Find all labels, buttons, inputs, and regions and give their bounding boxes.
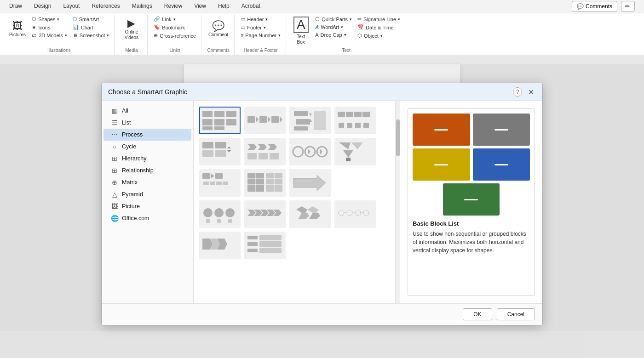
tab-help[interactable]: Help <box>213 0 235 13</box>
preview-center-row <box>413 183 530 216</box>
comments-button[interactable]: 💬 Comments <box>572 1 617 12</box>
sidebar-item-pyramid[interactable]: △ Pyramid <box>104 188 191 200</box>
dropcap-button[interactable]: A Drop Cap ▾ <box>313 31 354 39</box>
grid-item-chevron-list[interactable] <box>244 138 286 165</box>
grid-item-dotted-process[interactable] <box>334 200 376 228</box>
link-button[interactable]: 🔗 Link ▾ <box>151 15 198 23</box>
office-icon: 🌐 <box>111 215 118 222</box>
svg-rect-27 <box>363 123 369 128</box>
footer-button[interactable]: ▭ Footer ▾ <box>238 23 283 31</box>
sidebar-item-process[interactable]: ⋯ Process <box>104 129 191 141</box>
sidebar-item-all[interactable]: ▦ All <box>104 105 191 117</box>
sidebar-item-office[interactable]: 🌐 Office.com <box>104 212 191 224</box>
grid-row-1 <box>199 107 394 134</box>
sidebar-item-cycle-label: Cycle <box>122 143 136 150</box>
signature-line-icon: ✏ <box>357 16 362 22</box>
grid-item-basic-block-list[interactable] <box>199 107 241 134</box>
smartart-button[interactable]: ⬡ SmartArt <box>70 15 112 23</box>
header-button[interactable]: ▭ Header ▾ <box>238 15 283 23</box>
tab-references[interactable]: References <box>86 0 125 13</box>
grid-item-sub-step[interactable] <box>199 169 241 197</box>
tab-view[interactable]: View <box>189 0 212 13</box>
cross-reference-button[interactable]: ⊕ Cross-reference <box>151 32 198 40</box>
screenshot-button[interactable]: 🖥 Screenshot ▾ <box>70 32 112 39</box>
ok-button[interactable]: OK <box>463 308 492 320</box>
grid-item-alternating-flow[interactable] <box>289 107 331 134</box>
svg-marker-13 <box>280 116 282 123</box>
svg-marker-64 <box>293 175 326 191</box>
tab-layout[interactable]: Layout <box>58 0 85 13</box>
links-col: 🔗 Link ▾ 🔖 Bookmark ⊕ Cross-reference <box>151 15 198 40</box>
3dmodels-button[interactable]: 🗂 3D Models ▾ <box>29 32 69 39</box>
bookmark-button[interactable]: 🔖 Bookmark <box>151 23 198 31</box>
grid-item-process-arrows[interactable] <box>244 107 286 134</box>
grid-item-step-down[interactable] <box>199 138 241 165</box>
tab-draw[interactable]: Draw <box>4 0 28 13</box>
icons-button[interactable]: ★ Icons <box>29 23 69 31</box>
tab-mailings[interactable]: Mailings <box>126 0 158 13</box>
dialog-help-button[interactable]: ? <box>513 87 522 97</box>
illustrations-col: ⬡ Shapes ▾ ★ Icons 🗂 3D Models ▾ <box>29 15 69 39</box>
grid-item-pentagon-list[interactable] <box>199 232 241 259</box>
sidebar-item-relationship[interactable]: ⊞ Relationship <box>104 165 191 176</box>
comments-items: 💬 Comment <box>206 15 231 46</box>
pen-button[interactable]: ✏ <box>621 1 635 12</box>
sidebar-item-list[interactable]: ☰ List <box>104 117 191 129</box>
chart-button[interactable]: 📊 Chart <box>70 23 112 31</box>
svg-point-80 <box>339 210 344 216</box>
wordart-dropdown-icon: ▾ <box>341 25 343 29</box>
wordart-icon: A <box>315 24 319 30</box>
svg-rect-70 <box>228 219 232 223</box>
header-footer-col: ▭ Header ▾ ▭ Footer ▾ # Page Number ▾ <box>238 15 283 39</box>
dialog-scrollbar[interactable] <box>395 101 400 303</box>
grid-item-chevron-arrows[interactable] <box>244 200 286 228</box>
date-time-button[interactable]: 📅 Date & Time <box>355 23 402 31</box>
grid-item-process-circles[interactable] <box>199 200 241 228</box>
sidebar-item-matrix-label: Matrix <box>122 179 138 186</box>
grid-item-vertical-list[interactable] <box>244 232 286 259</box>
object-button[interactable]: ⬡ Object ▾ <box>355 32 402 40</box>
grid-item-circular-arrow[interactable] <box>289 138 331 165</box>
shapes-button[interactable]: ⬡ Shapes ▾ <box>29 15 69 23</box>
svg-point-81 <box>347 210 352 216</box>
textbox-button[interactable]: A TextBox <box>290 15 312 46</box>
smartart-icon: ⬡ <box>73 16 77 22</box>
links-items: 🔗 Link ▾ 🔖 Bookmark ⊕ Cross-reference <box>151 15 198 46</box>
grid-item-table-list[interactable] <box>244 169 286 197</box>
sidebar-item-hierarchy[interactable]: ⊞ Hierarchy <box>104 153 191 165</box>
svg-rect-28 <box>202 142 213 148</box>
sidebar-item-matrix[interactable]: ⊕ Matrix <box>104 176 191 188</box>
text-items: A TextBox ⬡ Quick Parts ▾ A WordArt ▾ <box>290 15 402 46</box>
text-col2: ✏ Signature Line ▾ 📅 Date & Time ⬡ Objec… <box>355 15 402 40</box>
online-videos-button[interactable]: ▶ OnlineVideos <box>121 15 143 44</box>
tab-design[interactable]: Design <box>29 0 57 13</box>
sidebar-item-picture[interactable]: 🖼 Picture <box>104 200 191 212</box>
shapes-label: Shapes <box>38 17 55 22</box>
dialog-sidebar: ▦ All ☰ List ⋯ Process ○ Cycle ⊞ Hiera <box>102 101 194 303</box>
svg-rect-69 <box>217 219 221 223</box>
cancel-button[interactable]: Cancel <box>497 308 535 320</box>
quick-parts-button[interactable]: ⬡ Quick Parts ▾ <box>313 15 354 23</box>
svg-rect-51 <box>215 173 223 179</box>
page-number-label: Page Number <box>245 33 276 38</box>
svg-rect-4 <box>214 119 224 125</box>
tab-review[interactable]: Review <box>159 0 188 13</box>
grid-item-segmented-cycle[interactable] <box>289 200 331 228</box>
screenshot-dropdown-icon: ▾ <box>107 33 109 38</box>
tab-acrobat[interactable]: Acrobat <box>236 0 266 13</box>
text-col1: ⬡ Quick Parts ▾ A WordArt ▾ A Drop Cap ▾ <box>313 15 354 39</box>
page-number-button[interactable]: # Page Number ▾ <box>238 32 283 39</box>
sidebar-item-cycle[interactable]: ○ Cycle <box>104 141 191 153</box>
chart-icon: 📊 <box>73 24 79 30</box>
signature-line-button[interactable]: ✏ Signature Line ▾ <box>355 15 402 23</box>
dialog-titlebar: Choose a SmartArt Graphic ? ✕ <box>102 83 542 101</box>
svg-marker-76 <box>296 206 307 213</box>
comment-button[interactable]: 💬 Comment <box>206 15 231 44</box>
grid-item-funnel[interactable] <box>334 138 376 165</box>
pictures-button[interactable]: 🖼 Pictures <box>6 15 29 44</box>
grid-item-basic-bending[interactable] <box>334 107 376 134</box>
grid-item-big-arrow[interactable] <box>289 169 331 197</box>
dialog-close-button[interactable]: ✕ <box>526 87 536 97</box>
page-number-icon: # <box>241 33 243 38</box>
wordart-button[interactable]: A WordArt ▾ <box>313 23 354 31</box>
